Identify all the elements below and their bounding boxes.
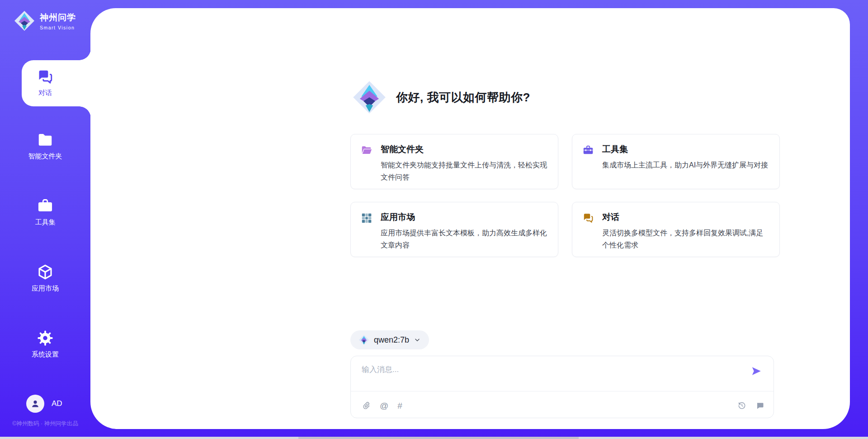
- send-button[interactable]: [750, 365, 763, 378]
- horizontal-scrollbar-track[interactable]: [0, 437, 868, 439]
- toolbox-icon: [37, 197, 54, 215]
- sidebar-item-label: 对话: [38, 89, 52, 97]
- copyright-text: ©神州数码 · 神州问学出品: [0, 420, 90, 428]
- sidebar-item-toolset[interactable]: 工具集: [0, 197, 90, 227]
- gear-icon: [37, 329, 54, 347]
- greeting: 你好, 我可以如何帮助你?: [352, 80, 530, 115]
- sidebar-item-smart-folders[interactable]: 智能文件夹: [0, 131, 90, 161]
- person-icon: [30, 398, 41, 409]
- sidebar-item-label: 工具集: [35, 218, 56, 227]
- card-title: 智能文件夹: [381, 143, 548, 155]
- sidebar-item-chat[interactable]: 对话: [22, 60, 91, 106]
- diamond-logo-icon: [359, 334, 369, 345]
- model-name: qwen2:7b: [374, 335, 409, 345]
- card-app-market[interactable]: 应用市场 应用市场提供丰富长文本模板，助力高效生成多样化文章内容: [350, 202, 558, 257]
- card-title: 工具集: [602, 143, 768, 155]
- chat-bubble-icon[interactable]: [755, 401, 764, 410]
- paperclip-icon[interactable]: [362, 401, 371, 410]
- avatar: [26, 395, 44, 413]
- horizontal-scrollbar-thumb[interactable]: [298, 437, 579, 439]
- message-composer: @ #: [350, 356, 774, 418]
- chevron-down-icon: [414, 336, 421, 344]
- toolbox-icon: [582, 144, 594, 156]
- card-description: 集成市场上主流工具，助力AI与外界无缝扩展与对接: [602, 159, 768, 171]
- main-content: 你好, 我可以如何帮助你? 智能文件夹 智能文件夹功能支持批量文件上传与清洗，轻…: [90, 8, 850, 429]
- card-title: 应用市场: [381, 211, 548, 223]
- brand-logo: 神州问学 Smart Vision: [14, 10, 76, 32]
- diamond-logo-icon: [14, 10, 35, 32]
- sidebar-item-label: 智能文件夹: [28, 152, 62, 161]
- card-title: 对话: [602, 211, 769, 223]
- history-icon[interactable]: [737, 401, 746, 410]
- folder-icon: [37, 131, 54, 148]
- card-toolset[interactable]: 工具集 集成市场上主流工具，助力AI与外界无缝扩展与对接: [572, 134, 780, 189]
- brand-name: 神州问学: [40, 12, 76, 24]
- user-profile[interactable]: AD: [26, 395, 62, 413]
- diamond-logo-icon: [352, 80, 387, 115]
- card-description: 灵活切换多模型文件，支持多样回复效果调试,满足个性化需求: [602, 227, 769, 251]
- app-window: 神州问学 Smart Vision 对话 智能文件夹 工具集: [0, 0, 868, 439]
- sidebar-item-label: 应用市场: [32, 284, 59, 293]
- cube-icon: [37, 263, 54, 281]
- sidebar: 神州问学 Smart Vision 对话 智能文件夹 工具集: [0, 0, 90, 439]
- sidebar-item-app-market[interactable]: 应用市场: [0, 263, 90, 293]
- user-name: AD: [52, 399, 62, 408]
- sidebar-item-settings[interactable]: 系统设置: [0, 329, 90, 359]
- card-description: 应用市场提供丰富长文本模板，助力高效生成多样化文章内容: [381, 227, 548, 251]
- card-description: 智能文件夹功能支持批量文件上传与清洗，轻松实现文件问答: [381, 159, 548, 183]
- grid-icon: [361, 212, 373, 224]
- send-icon: [750, 365, 762, 377]
- at-icon[interactable]: @: [380, 401, 388, 410]
- greeting-title: 你好, 我可以如何帮助你?: [396, 90, 530, 105]
- chat-icon: [582, 212, 594, 224]
- message-input[interactable]: [362, 364, 732, 388]
- composer-divider: [351, 391, 774, 391]
- sidebar-item-label: 系统设置: [32, 350, 59, 359]
- brand-subtitle: Smart Vision: [40, 25, 76, 30]
- card-chat[interactable]: 对话 灵活切换多模型文件，支持多样回复效果调试,满足个性化需求: [572, 202, 780, 257]
- card-smart-folders[interactable]: 智能文件夹 智能文件夹功能支持批量文件上传与清洗，轻松实现文件问答: [350, 134, 558, 189]
- folder-open-icon: [361, 144, 373, 156]
- chat-icon: [37, 68, 54, 86]
- hash-icon[interactable]: #: [397, 401, 402, 410]
- model-selector[interactable]: qwen2:7b: [350, 330, 429, 349]
